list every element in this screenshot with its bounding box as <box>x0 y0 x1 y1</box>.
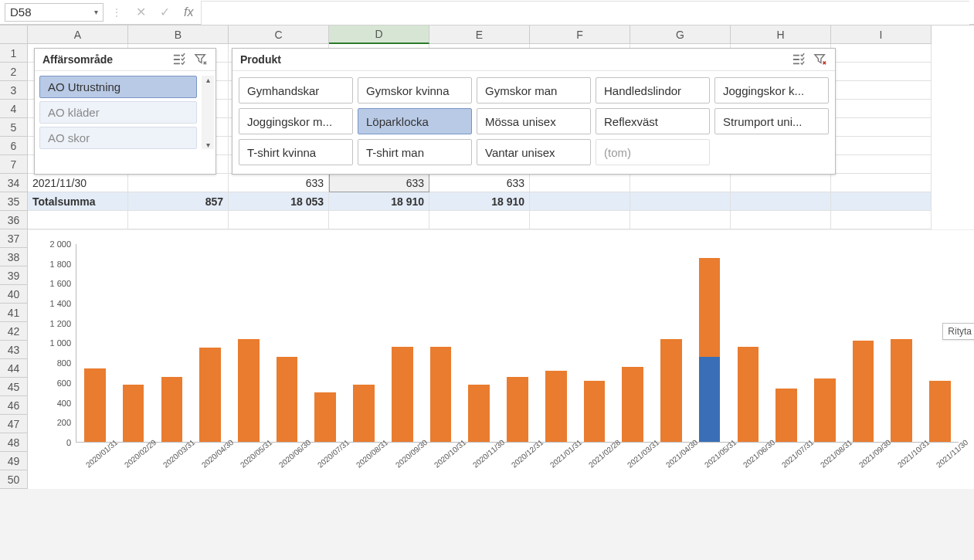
slicer-produkt[interactable]: Produkt GymhandskarGymskor kvinnaGymskor… <box>232 48 836 175</box>
slicer-item[interactable]: Vantar unisex <box>477 139 591 165</box>
bar[interactable] <box>115 244 152 442</box>
column-header[interactable]: H <box>731 25 831 44</box>
slicer-item[interactable]: Strumport uni... <box>714 108 829 134</box>
cell[interactable] <box>530 211 630 229</box>
cell[interactable] <box>831 211 932 229</box>
cell[interactable] <box>630 211 731 229</box>
cell[interactable] <box>229 211 329 229</box>
cell[interactable]: 18 910 <box>329 192 429 211</box>
clear-filter-icon[interactable] <box>813 53 827 66</box>
cell[interactable] <box>128 211 229 229</box>
bar[interactable] <box>576 244 613 442</box>
cell[interactable] <box>731 211 831 229</box>
name-box[interactable]: D58 ▾ <box>5 3 104 22</box>
row-header[interactable]: 41 <box>0 304 28 322</box>
cell[interactable] <box>831 44 932 63</box>
slicer-item[interactable]: AO Utrustning <box>39 76 197 98</box>
cell[interactable]: 2021/11/30 <box>28 174 128 192</box>
bar[interactable] <box>460 244 497 442</box>
cell[interactable] <box>530 174 630 192</box>
row-header[interactable]: 6 <box>0 137 28 155</box>
row-header[interactable]: 2 <box>0 63 28 81</box>
slicer-item[interactable]: (tom) <box>596 139 710 165</box>
row-header[interactable]: 44 <box>0 359 28 378</box>
slicer-item[interactable]: Joggingskor m... <box>239 108 353 134</box>
bar[interactable] <box>883 244 920 442</box>
slicer-item[interactable]: Gymhandskar <box>239 77 353 104</box>
row-header[interactable]: 38 <box>0 248 28 266</box>
row-header[interactable]: 3 <box>0 81 28 100</box>
cell[interactable] <box>329 211 429 229</box>
scrollbar[interactable]: ▴ ▾ <box>202 76 214 149</box>
bar[interactable] <box>269 244 306 442</box>
cell[interactable]: Totalsumma <box>28 192 128 211</box>
row-header[interactable]: 1 <box>0 44 28 63</box>
row-header[interactable]: 43 <box>0 341 28 359</box>
multiselect-icon[interactable] <box>792 53 806 66</box>
cell[interactable]: 633 <box>329 174 429 192</box>
bar[interactable] <box>614 244 651 442</box>
row-header[interactable]: 50 <box>0 470 28 489</box>
column-header[interactable]: A <box>28 25 128 44</box>
bar[interactable] <box>921 244 959 442</box>
scroll-up-icon[interactable]: ▴ <box>206 76 210 84</box>
column-header[interactable]: D <box>329 25 429 44</box>
slicer-item[interactable]: T-shirt man <box>358 139 472 165</box>
column-header[interactable]: F <box>530 25 630 44</box>
slicer-item[interactable]: Gymskor kvinna <box>358 77 472 104</box>
cell[interactable] <box>128 174 229 192</box>
slicer-item[interactable]: Mössa unisex <box>477 108 591 134</box>
cell[interactable] <box>831 137 932 155</box>
row-header[interactable]: 48 <box>0 433 28 452</box>
column-header[interactable]: I <box>831 25 932 44</box>
cell[interactable] <box>731 174 831 192</box>
column-header[interactable]: E <box>429 25 530 44</box>
bar[interactable] <box>153 244 190 442</box>
bar[interactable] <box>691 244 728 442</box>
cell[interactable]: 857 <box>128 192 229 211</box>
row-header[interactable]: 42 <box>0 322 28 341</box>
column-header[interactable]: G <box>630 25 731 44</box>
row-header[interactable]: 4 <box>0 100 28 118</box>
bar[interactable] <box>76 244 114 442</box>
row-header[interactable]: 40 <box>0 285 28 304</box>
cell[interactable] <box>831 192 932 211</box>
cell[interactable]: 18 910 <box>429 192 530 211</box>
row-header[interactable]: 45 <box>0 378 28 396</box>
cell[interactable] <box>831 155 932 174</box>
slicer-item[interactable]: Joggingskor k... <box>714 77 829 104</box>
bar[interactable] <box>768 244 805 442</box>
bar[interactable] <box>499 244 536 442</box>
bar[interactable] <box>192 244 229 442</box>
cell[interactable]: 18 053 <box>229 192 329 211</box>
check-icon[interactable]: ✓ <box>160 5 170 19</box>
row-header[interactable]: 36 <box>0 211 28 229</box>
column-header[interactable]: C <box>229 25 329 44</box>
cell[interactable]: 633 <box>429 174 530 192</box>
multiselect-icon[interactable] <box>172 53 186 66</box>
slicer-item[interactable]: T-shirt kvinna <box>239 139 353 165</box>
row-header[interactable]: 5 <box>0 118 28 137</box>
row-header[interactable]: 7 <box>0 155 28 174</box>
bar[interactable] <box>230 244 267 442</box>
scroll-down-icon[interactable]: ▾ <box>206 141 210 149</box>
bar[interactable] <box>307 244 344 442</box>
slicer-item[interactable]: AO kläder <box>39 101 197 124</box>
clear-filter-icon[interactable] <box>194 53 208 66</box>
chart[interactable]: 02004006008001 0001 2001 4001 6001 8002 … <box>28 229 974 489</box>
slicer-affarsomrade[interactable]: Affärsområde ▴ ▾ AO UtrustningAO kläderA… <box>34 48 216 175</box>
row-header[interactable]: 47 <box>0 415 28 433</box>
cancel-icon[interactable]: ✕ <box>136 5 146 19</box>
slicer-item[interactable]: Löparklocka <box>358 108 472 134</box>
select-all-corner[interactable] <box>0 25 28 44</box>
cell[interactable] <box>731 192 831 211</box>
cell[interactable] <box>429 211 530 229</box>
slicer-item[interactable]: AO skor <box>39 127 197 149</box>
cell[interactable] <box>28 211 128 229</box>
slicer-item[interactable]: Gymskor man <box>477 77 591 104</box>
row-header[interactable]: 39 <box>0 266 28 285</box>
cell[interactable] <box>630 192 731 211</box>
row-header[interactable]: 35 <box>0 192 28 211</box>
row-header[interactable]: 46 <box>0 396 28 415</box>
row-header[interactable]: 34 <box>0 174 28 192</box>
